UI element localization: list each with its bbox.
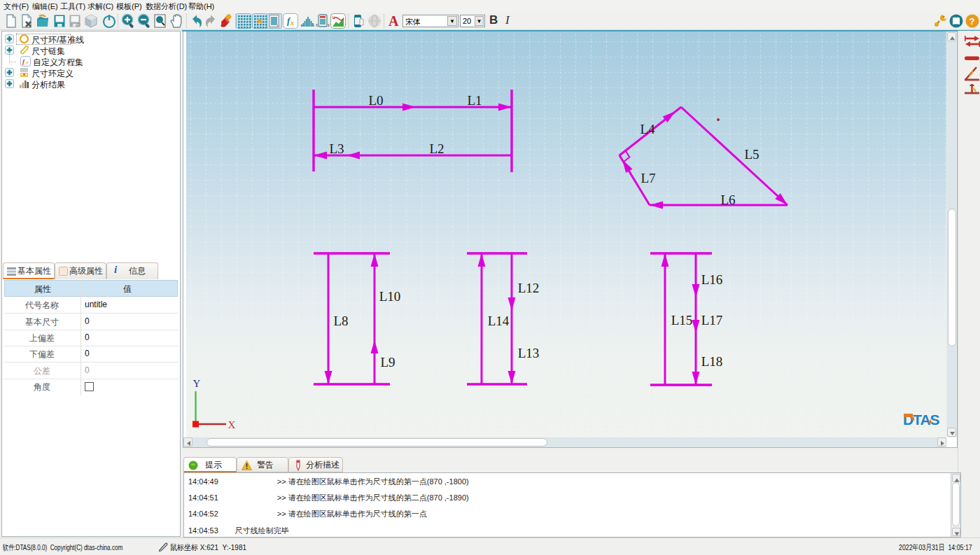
svg-text:L17: L17	[701, 313, 723, 328]
svg-text:L16: L16	[701, 272, 723, 287]
svg-text:L18: L18	[701, 354, 723, 369]
svg-text:Y: Y	[193, 378, 201, 389]
svg-text:N: N	[332, 15, 335, 20]
svg-text:L14: L14	[488, 314, 510, 328]
svg-text:L15: L15	[671, 313, 693, 328]
svg-text:L2: L2	[429, 141, 444, 156]
svg-text:L5: L5	[744, 147, 759, 162]
svg-text:A: A	[388, 13, 399, 29]
svg-text:L9: L9	[380, 355, 395, 370]
svg-text:L7: L7	[640, 171, 655, 185]
svg-text:L13: L13	[518, 346, 540, 360]
svg-text:X: X	[228, 419, 236, 430]
svg-text:L3: L3	[329, 141, 344, 156]
svg-text:L0: L0	[368, 93, 383, 108]
svg-text:L8: L8	[333, 314, 348, 328]
svg-text:L6: L6	[720, 192, 735, 207]
svg-text:L12: L12	[518, 281, 540, 295]
svg-text:L4: L4	[640, 122, 655, 136]
svg-text:?: ?	[969, 16, 975, 27]
svg-text:L10: L10	[379, 289, 401, 304]
svg-text:L1: L1	[467, 93, 482, 108]
svg-text:x: x	[25, 60, 29, 65]
svg-text:x: x	[290, 19, 294, 27]
